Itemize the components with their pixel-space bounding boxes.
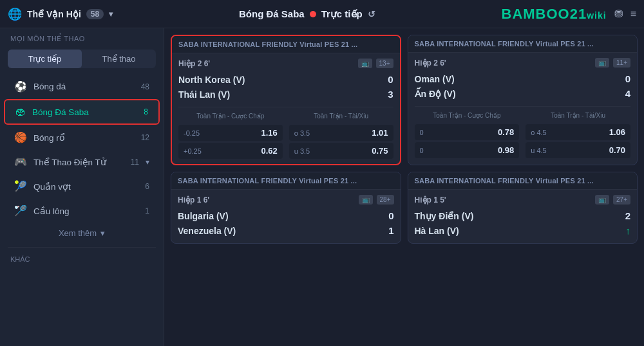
tv-icon-2: 📺 (595, 58, 609, 68)
team-name-4a: Thụy Điển (V) (415, 211, 474, 221)
sidebar-item-quan-vot[interactable]: 🎾 Quần vợt 6 (4, 174, 160, 198)
odds-pair-handicap-1: -0.25 1.16 +0.25 0.62 (178, 125, 283, 159)
match-card-1[interactable]: SABA INTERNATIONAL FRIENDLY Virtual PES … (171, 35, 401, 165)
toggle-buttons: Trực tiếp Thể thao (8, 50, 156, 68)
card-header-3: SABA INTERNATIONAL FRIENDLY Virtual PES … (171, 172, 401, 190)
team-name-2a: Oman (V) (415, 74, 455, 84)
match-info-row-4: Hiệp 1 5' 📺 27+ (415, 195, 631, 205)
odds-headers-1: Toàn Trận - Cược Chấp Toàn Trận - Tài/Xi… (178, 113, 393, 122)
odds-value-h2b: 0.98 (498, 145, 514, 155)
see-more-chevron-icon: ▾ (100, 228, 105, 238)
match-meta-1: 📺 13+ (358, 59, 393, 68)
sidebar-count-bong-da: 48 (141, 82, 149, 91)
odds-item-ou2a[interactable]: o 4.5 1.06 (526, 124, 630, 140)
sidebar-item-the-thao-dien-tu[interactable]: 🎮 Thể Thao Điện Tử 11 ▾ (4, 150, 160, 174)
team-name-1b: Thái Lan (V) (178, 89, 230, 100)
odds-item-ou1b[interactable]: u 3.5 0.75 (289, 143, 393, 159)
odds-pair-ou-2: o 4.5 1.06 u 4.5 0.70 (526, 124, 630, 158)
age-badge-2: 11+ (613, 58, 630, 68)
period-1: Hiệp 2 6' (178, 59, 210, 68)
tennis-icon: 🎾 (14, 180, 27, 192)
match-card-2[interactable]: SABA INTERNATIONAL FRIENDLY Virtual PES … (408, 35, 638, 165)
sidebar-section-label: Mọi môn thể thao (0, 28, 164, 47)
odds-item-h1b[interactable]: +0.25 0.62 (178, 143, 283, 159)
team-name-3b: Venezuela (V) (178, 226, 236, 236)
match-card-4[interactable]: SABA INTERNATIONAL FRIENDLY Virtual PES … (408, 172, 638, 244)
card-body-3: Hiệp 1 6' 📺 28+ Bulgaria (V) 0 Venezuela… (171, 190, 401, 243)
team-row-1b: Thái Lan (V) 3 (178, 87, 393, 102)
page-title: Bóng Đá Saba (239, 8, 305, 19)
odds-item-h2a[interactable]: 0 0.78 (415, 124, 520, 140)
odds-headers-2: Toàn Trận - Cược Chấp Toàn Trận - Tài/Xi… (415, 112, 631, 122)
sidebar-item-cau-long[interactable]: 🏸 Cầu lông 1 (4, 199, 160, 223)
card-body-4: Hiệp 1 5' 📺 27+ Thụy Điển (V) 2 Hà Lan (… (408, 190, 638, 243)
sidebar-divider (8, 247, 156, 248)
more-icon[interactable]: ≡ (630, 8, 636, 20)
team-name-3a: Bulgaria (V) (178, 211, 229, 221)
sidebar-item-bong-da[interactable]: ⚽ Bóng đá 48 (4, 75, 160, 98)
sidebar-count-cau-long: 1 (145, 206, 149, 215)
expand-icon: ▾ (146, 158, 149, 167)
team-name-2b: Ấn Độ (V) (415, 89, 456, 99)
odds-section-1: Toàn Trận - Cược Chấp Toàn Trận - Tài/Xi… (178, 107, 393, 159)
odds-label-ou1b: u 3.5 (294, 147, 310, 155)
tv-icon-4: 📺 (595, 195, 609, 205)
odds-row-1a: -0.25 1.16 +0.25 0.62 o 3.5 (178, 125, 393, 159)
team-row-4a: Thụy Điển (V) 2 (415, 208, 631, 223)
site-title-area: 🌐 Thể Vận Hội 58 ▾ (8, 7, 113, 21)
sidebar-label-the-thao-dien-tu: Thể Thao Điện Tử (33, 157, 124, 167)
odds-item-ou1a[interactable]: o 3.5 1.01 (289, 125, 393, 141)
toggle-sports-button[interactable]: Thể thao (82, 50, 156, 68)
team-score-2b: 4 (618, 88, 630, 99)
odds-label-h1a: -0.25 (184, 129, 200, 137)
header-right: BAMBOO21wiki ⛃ ≡ (502, 6, 637, 23)
site-chevron-icon[interactable]: ▾ (109, 10, 113, 19)
team-row-1a: North Korea (V) 0 (178, 72, 393, 87)
filter-icon[interactable]: ⛃ (614, 8, 623, 20)
live-badge-icon (310, 11, 316, 17)
globe-icon: 🌐 (8, 7, 22, 21)
ou-title-2: Toàn Trận - Tài/Xiu (526, 112, 630, 119)
match-card-3[interactable]: SABA INTERNATIONAL FRIENDLY Virtual PES … (171, 172, 401, 244)
team-score-1a: 0 (381, 74, 393, 85)
team-row-3a: Bulgaria (V) 0 (178, 208, 394, 223)
sidebar-count-bong-ro: 12 (141, 133, 149, 142)
team-name-4b: Hà Lan (V) (415, 226, 459, 236)
sidebar-label-bong-da: Bóng đá (33, 82, 135, 91)
refresh-icon[interactable]: ↺ (368, 9, 375, 19)
odds-value-h2a: 0.78 (498, 127, 514, 137)
odds-item-h1a[interactable]: -0.25 1.16 (178, 125, 283, 141)
bamboo-logo-wiki: wiki (587, 10, 606, 21)
odds-value-h1a: 1.16 (261, 128, 277, 138)
sidebar-item-bong-ro[interactable]: 🏀 Bóng rổ 12 (4, 125, 160, 149)
see-more-button[interactable]: Xem thêm ▾ (0, 223, 164, 243)
badminton-icon: 🏸 (14, 205, 27, 217)
toggle-live-button[interactable]: Trực tiếp (8, 50, 82, 68)
team-row-4b: Hà Lan (V) ↑ (415, 223, 631, 238)
top-header: 🌐 Thể Vận Hội 58 ▾ Bóng Đá Saba Trực tiế… (0, 0, 644, 28)
odds-label-h1b: +0.25 (184, 147, 202, 155)
match-info-row-2: Hiệp 2 6' 📺 11+ (415, 58, 631, 68)
team-name-1a: North Korea (V) (178, 75, 245, 85)
card-header-2: SABA INTERNATIONAL FRIENDLY Virtual PES … (408, 35, 638, 53)
sidebar-label-quan-vot: Quần vợt (33, 181, 138, 192)
cards-grid: SABA INTERNATIONAL FRIENDLY Virtual PES … (171, 35, 638, 244)
sidebar-count-the-thao-dien-tu: 11 (131, 158, 139, 167)
esports-icon: 🎮 (14, 156, 27, 168)
team-row-2a: Oman (V) 0 (415, 71, 631, 86)
tv-icon-1: 📺 (358, 59, 372, 68)
card-body-2: Hiệp 2 6' 📺 11+ Oman (V) 0 Ấn Độ (V) 4 (408, 53, 638, 163)
match-time-2: Hiệp 2 6' (415, 59, 446, 68)
sidebar-item-bong-da-saba[interactable]: 🏟 Bóng Đá Saba 8 (4, 99, 160, 125)
page-title-area: Bóng Đá Saba Trực tiếp ↺ (239, 8, 375, 20)
content-area: SABA INTERNATIONAL FRIENDLY Virtual PES … (164, 28, 644, 346)
odds-col-ou-2: Toàn Trận - Tài/Xiu (526, 112, 630, 122)
odds-label-h2b: 0 (420, 147, 424, 154)
tv-icon-3: 📺 (359, 195, 373, 205)
site-title: Thể Vận Hội (27, 9, 81, 19)
odds-item-h2b[interactable]: 0 0.98 (415, 142, 520, 158)
sidebar-label-bong-ro: Bóng rổ (33, 132, 135, 143)
odds-item-ou2b[interactable]: u 4.5 0.70 (526, 142, 630, 158)
odds-value-h1b: 0.62 (261, 146, 277, 156)
age-badge-1: 13+ (376, 59, 393, 68)
